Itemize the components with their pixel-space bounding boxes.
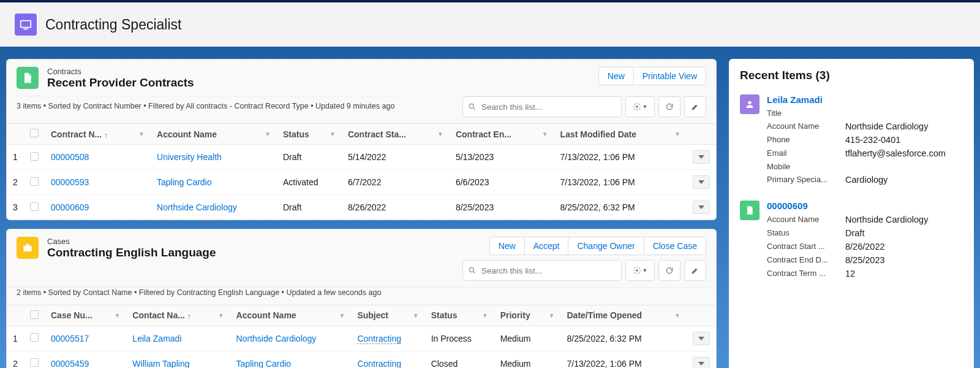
recent-item-link[interactable]: Leila Zamadi — [767, 94, 823, 105]
start-cell: 5/14/2022 — [342, 145, 450, 170]
account-link[interactable]: University Health — [157, 152, 222, 162]
col-contract-start[interactable]: Contract Sta...▼ — [342, 124, 450, 145]
start-cell: 8/26/2022 — [342, 195, 450, 220]
contracts-search[interactable] — [462, 96, 622, 117]
account-link[interactable]: Northside Cardiology — [236, 334, 317, 343]
contract-number-link[interactable]: 00000609 — [51, 202, 89, 212]
chevron-down-icon: ▼ — [643, 104, 648, 110]
cases-buttons: New Accept Change Owner Close Case — [489, 237, 706, 255]
recent-field-label: Contract Start ... — [767, 242, 839, 251]
cases-settings-button[interactable]: ▼ — [625, 260, 655, 281]
account-link[interactable]: Tapling Cardio — [236, 359, 292, 369]
recent-field-label: Status — [767, 228, 839, 238]
chevron-down-icon[interactable]: ▼ — [413, 312, 419, 319]
cases-edit-button[interactable] — [684, 260, 706, 281]
recent-field-label: Primary Specia... — [767, 175, 839, 185]
contact-link[interactable]: William Tapling — [132, 359, 189, 369]
row-checkbox[interactable] — [30, 333, 39, 342]
case-number-link[interactable]: 00005517 — [51, 334, 89, 343]
end-cell: 5/13/2023 — [450, 145, 554, 170]
status-cell: Draft — [277, 145, 342, 170]
row-action-button[interactable] — [693, 175, 710, 189]
cases-search-input[interactable] — [481, 266, 616, 275]
col-subject[interactable]: Subject▼ — [351, 305, 424, 326]
table-row: 200000593Tapling CardioActivated6/7/2022… — [7, 170, 716, 195]
contracts-new-button[interactable]: New — [598, 67, 634, 85]
chevron-down-icon[interactable]: ▼ — [542, 131, 548, 137]
contracts-settings-button[interactable]: ▼ — [625, 96, 655, 117]
recent-field-value: Northside Cardiology — [845, 215, 963, 224]
chevron-down-icon[interactable]: ▼ — [339, 312, 345, 319]
recent-field-value[interactable]: tflaherty@salesforce.com — [845, 148, 963, 158]
cases-object-label: Cases — [47, 237, 454, 246]
contracts-select-all-checkbox[interactable] — [30, 129, 39, 137]
contracts-buttons: New Printable View — [598, 67, 706, 85]
cases-new-button[interactable]: New — [489, 237, 525, 255]
contact-link[interactable]: Leila Zamadi — [132, 334, 181, 343]
contracts-search-input[interactable] — [481, 102, 616, 112]
cases-close-button[interactable]: Close Case — [644, 237, 706, 255]
col-contract-end[interactable]: Contract En...▼ — [450, 124, 554, 145]
row-checkbox[interactable] — [30, 202, 39, 211]
row-checkbox[interactable] — [30, 177, 39, 186]
search-icon — [468, 102, 477, 111]
row-checkbox[interactable] — [30, 358, 39, 367]
col-case-number[interactable]: Case Nu...▼ — [45, 305, 126, 326]
chevron-down-icon[interactable]: ▼ — [218, 312, 224, 319]
chevron-down-icon — [698, 204, 704, 210]
contracts-refresh-button[interactable] — [658, 96, 680, 117]
chevron-down-icon[interactable]: ▼ — [482, 312, 488, 319]
subject-link[interactable]: Contracting — [357, 334, 401, 344]
case-number-link[interactable]: 00005459 — [51, 359, 89, 369]
contract-number-link[interactable]: 00000593 — [51, 177, 89, 187]
chevron-down-icon[interactable]: ▼ — [114, 312, 120, 319]
col-contract-number[interactable]: Contract N...↑▼ — [45, 124, 151, 145]
chevron-down-icon[interactable]: ▼ — [674, 312, 680, 319]
workspace: Contracts Recent Provider Contracts New … — [0, 47, 980, 368]
modified-cell: 7/13/2022, 1:06 PM — [554, 145, 687, 170]
col-case-status[interactable]: Status▼ — [425, 305, 494, 326]
col-priority[interactable]: Priority▼ — [494, 305, 561, 326]
chevron-down-icon[interactable]: ▼ — [330, 131, 336, 137]
account-link[interactable]: Northside Cardiology — [157, 202, 237, 212]
row-action-button[interactable] — [693, 150, 710, 164]
chevron-down-icon[interactable]: ▼ — [265, 131, 271, 137]
col-opened[interactable]: Date/Time Opened▼ — [560, 305, 687, 326]
col-account-name[interactable]: Account Name▼ — [151, 124, 277, 145]
recent-item-link[interactable]: 00000609 — [767, 201, 808, 211]
row-number: 2 — [7, 351, 24, 368]
contract-number-link[interactable]: 00000508 — [51, 152, 89, 162]
col-last-modified[interactable]: Last Modified Date▼ — [554, 124, 687, 145]
col-case-account[interactable]: Account Name▼ — [230, 305, 352, 326]
contracts-printable-button[interactable]: Printable View — [633, 67, 706, 85]
contact-icon — [740, 94, 760, 114]
chevron-down-icon[interactable]: ▼ — [138, 131, 145, 137]
row-action-button[interactable] — [693, 201, 710, 214]
cases-select-all-checkbox[interactable] — [30, 310, 39, 319]
table-row: 300000609Northside CardiologyDraft8/26/2… — [7, 195, 716, 220]
chevron-down-icon[interactable]: ▼ — [674, 131, 680, 137]
row-checkbox[interactable] — [30, 152, 39, 161]
priority-cell: Medium — [494, 326, 561, 351]
chevron-down-icon[interactable]: ▼ — [437, 131, 443, 137]
row-action-button[interactable] — [693, 357, 710, 369]
chevron-down-icon — [698, 361, 704, 367]
col-contact-name[interactable]: Contact Na...↑▼ — [126, 305, 230, 326]
row-number: 2 — [7, 170, 24, 195]
recent-field-label: Email — [767, 148, 839, 158]
row-action-button[interactable] — [693, 332, 710, 345]
cases-accept-button[interactable]: Accept — [524, 237, 569, 255]
subject-link[interactable]: Contracting — [357, 359, 401, 369]
account-link[interactable]: Tapling Cardio — [157, 177, 212, 187]
col-status[interactable]: Status▼ — [277, 124, 342, 145]
svg-point-4 — [636, 105, 638, 108]
chevron-down-icon[interactable]: ▼ — [549, 312, 555, 319]
cases-search[interactable] — [462, 260, 622, 281]
main-column: Contracts Recent Provider Contracts New … — [6, 59, 717, 368]
recent-field-value — [845, 109, 963, 118]
cases-refresh-button[interactable] — [658, 260, 680, 281]
contracts-edit-button[interactable] — [684, 96, 706, 117]
sort-asc-icon: ↑ — [104, 131, 108, 139]
svg-point-9 — [636, 269, 638, 272]
cases-change-owner-button[interactable]: Change Owner — [568, 237, 644, 255]
